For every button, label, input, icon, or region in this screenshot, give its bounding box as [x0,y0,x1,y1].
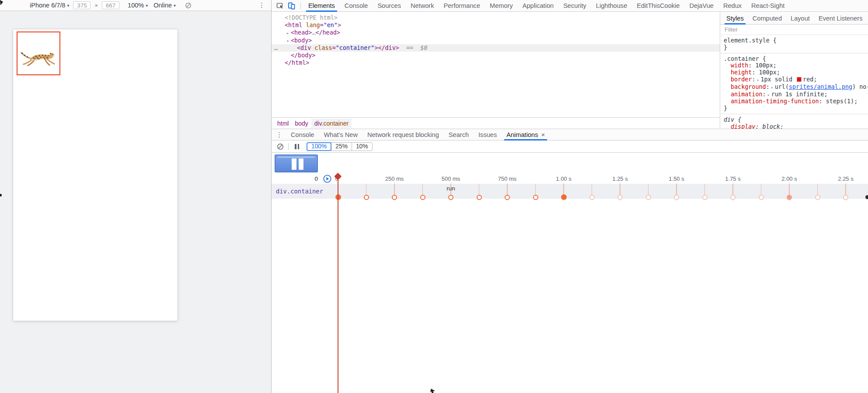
code-token: <div [297,45,314,51]
inspect-element-icon[interactable] [275,1,286,11]
keyframe-dot[interactable] [364,195,369,200]
css-property-line[interactable]: animation:▸run 1s infinite; [724,91,868,98]
no-throttling-icon[interactable] [185,2,192,9]
tab-network[interactable]: Network [406,0,439,12]
tab-lighthouse[interactable]: Lighthouse [591,0,632,12]
keyframe-tick [422,184,423,195]
css-property-line[interactable]: width: 100px; [724,62,868,69]
stylesheet-resource-link[interactable]: sprites/animal.png [789,84,852,90]
dom-node-line[interactable]: ▾<body> [272,37,720,44]
tab-memory[interactable]: Memory [485,0,518,12]
css-selector-line[interactable]: element.style { [724,37,868,44]
css-rule: element.style {} [720,35,868,53]
keyframe-dot[interactable] [815,195,820,200]
keyframe-dot[interactable] [617,195,623,200]
css-property-value: 1px solid [760,76,796,83]
dom-node-line[interactable]: </body> [272,52,720,59]
playback-rate-100[interactable]: 100% [307,142,331,151]
keyframe-dot[interactable] [730,195,736,200]
drawer-tab-network-request-blocking[interactable]: Network request blocking [363,129,444,140]
styles-filter-row [720,25,868,35]
device-type-select[interactable]: iPhone 6/7/8 ▾ [30,2,69,9]
tab-performance[interactable]: Performance [439,0,485,12]
dom-node-line[interactable]: <html lang="en"> [272,21,720,29]
color-swatch[interactable] [797,77,802,82]
sidebar-tab-event-listeners[interactable]: Event Listeners [814,12,867,25]
tab-editthiscookie[interactable]: EditThisCookie [632,0,684,12]
dom-node-line[interactable]: <!DOCTYPE html> [272,14,720,21]
css-property-line[interactable]: animation-timing-function: steps(1); [724,98,868,105]
drawer-tab-search[interactable]: Search [444,129,474,140]
keyframe-tick [761,184,762,195]
viewport-width-input[interactable] [73,1,91,9]
expand-arrow-icon: ▾ [285,37,291,45]
zoom-select[interactable]: 100% ▾ [128,2,148,9]
iteration-start-dot[interactable] [561,194,567,200]
breadcrumb: htmlbodydiv.container [272,117,720,129]
styles-filter-input[interactable] [720,26,868,33]
tabbar-separator [300,2,301,9]
pause-all-icon[interactable] [293,144,301,149]
timeline-scrubber-line[interactable] [338,175,338,393]
css-selector-line[interactable]: .container { [724,56,868,63]
dom-node-line[interactable]: ▸<head>…</head> [272,29,720,36]
tab-elements[interactable]: Elements [303,0,340,12]
keyframe-dot[interactable] [477,195,482,200]
tab-dejavue[interactable]: DejaVue [684,0,718,12]
device-toolbar-options-icon[interactable]: ⋮ [258,1,265,9]
tab-react-sight[interactable]: React-Sight [746,0,789,12]
tab-redux[interactable]: Redux [718,0,746,12]
keyframe-dot[interactable] [674,195,679,200]
dom-tree: <!DOCTYPE html><html lang="en">▸<head>…<… [272,12,720,117]
keyframe-tick [845,184,846,195]
code-token: lang [306,22,320,28]
expand-arrow-icon: ▸ [755,77,760,82]
drawer-tab-what-s-new[interactable]: What's New [319,129,363,140]
css-property-line[interactable]: border:▸1px solid red; [724,76,868,84]
keyframe-tick [704,184,705,195]
tab-application[interactable]: Application [518,0,558,12]
keyframe-dot[interactable] [759,195,764,200]
device-toolbar-toggle-icon[interactable] [286,1,297,11]
keyframe-dot[interactable] [505,195,510,200]
viewport-height-input[interactable] [102,1,119,9]
sidebar-tab-computed[interactable]: Computed [748,12,786,25]
css-property-line[interactable]: height: 100px; [724,69,868,76]
css-selector-line[interactable]: div { [724,116,868,123]
css-property-name: background [731,84,766,90]
css-property-line[interactable]: background:▸url(sprites/animal.png) no-r… [724,84,868,91]
css-space [759,123,763,129]
keyframe-dot[interactable] [392,195,397,200]
keyframe-dot[interactable] [646,195,651,200]
keyframe-dot[interactable] [533,195,538,200]
drawer-tab-console[interactable]: Console [286,129,319,140]
clear-all-icon[interactable] [277,143,284,150]
keyframe-dot-clipped [865,195,868,199]
tab-sources[interactable]: Sources [373,0,406,12]
playback-rate-10[interactable]: 10% [352,142,373,151]
network-throttle-select[interactable]: Online ▾ [153,2,176,9]
playback-rate-25[interactable]: 25% [331,142,352,151]
sidebar-tab-styles[interactable]: Styles [722,12,748,25]
drawer-tab-issues[interactable]: Issues [474,129,502,140]
sidebar-tab-layout[interactable]: Layout [786,12,814,25]
tab-security[interactable]: Security [558,0,591,12]
dom-node-line[interactable]: …<div class="container"></div> == $0 [272,44,720,52]
keyframe-dot[interactable] [843,195,848,200]
tab-console[interactable]: Console [340,0,373,12]
keyframe-dot[interactable] [448,195,453,200]
dom-node-line[interactable]: </html> [272,59,720,67]
drawer-options-icon[interactable]: ⋮ [276,131,282,139]
keyframe-dot[interactable] [420,195,425,200]
css-property-value: 100px; [755,62,776,69]
iteration-start-dot[interactable] [787,195,792,200]
keyframe-dot[interactable] [589,195,595,200]
breadcrumb-item[interactable]: html [274,119,292,128]
drawer-tab-animations[interactable]: Animations× [502,129,550,140]
elements-main-row: <!DOCTYPE html><html lang="en">▸<head>…<… [272,12,868,129]
breadcrumb-item[interactable]: body [292,119,311,128]
css-property-line[interactable]: display: block; [724,123,868,129]
close-icon[interactable]: × [541,131,545,138]
breadcrumb-item[interactable]: div.container [311,119,352,128]
keyframe-dot[interactable] [702,195,708,200]
